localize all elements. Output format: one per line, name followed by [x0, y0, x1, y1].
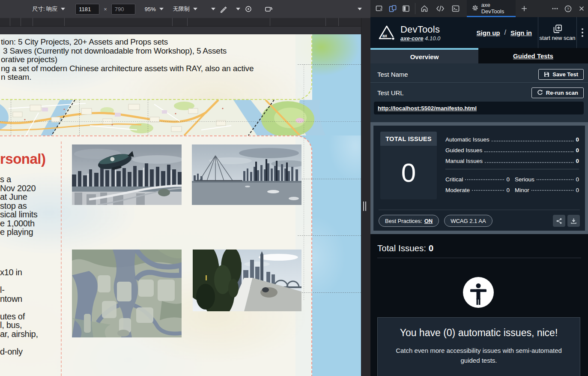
close-icon[interactable]: [576, 2, 587, 15]
eyedropper-icon[interactable]: [219, 4, 228, 14]
screenshot-city-airship-image: [72, 144, 182, 205]
screenshot-satellite-map-image: [72, 250, 182, 337]
download-icon: [570, 218, 577, 224]
sign-in-link[interactable]: Sign in: [510, 29, 532, 36]
text-line: [0, 303, 38, 312]
code-icon[interactable]: [434, 2, 446, 15]
tab-guided-tests[interactable]: Guided Tests: [478, 48, 588, 63]
results-section: Total Issues: 0 You have (0) automatic i…: [370, 234, 588, 376]
text-line: Nov 2020: [0, 184, 38, 193]
column-outline-dashed-red: [61, 141, 62, 376]
axe-core-name[interactable]: axe-core: [400, 35, 423, 42]
share-button[interactable]: [553, 215, 565, 227]
rotate-viewport-icon[interactable]: [264, 4, 274, 14]
new-tab-icon[interactable]: [518, 2, 530, 15]
severity-cell: Moderate 0: [445, 183, 510, 193]
text-line: [0, 277, 38, 286]
panel-kebab-menu-icon[interactable]: [577, 27, 588, 38]
chevron-down-icon[interactable]: [159, 8, 164, 10]
text-line: utes of: [0, 312, 38, 321]
total-issues-heading: TOTAL ISSUES: [380, 132, 437, 146]
issue-row: Automatic Issues 0: [445, 133, 579, 144]
grid-line: [11, 100, 11, 135]
severity-label: Serious: [515, 176, 534, 183]
chevron-down-icon[interactable]: [193, 8, 197, 10]
tab-axe-devtools[interactable]: axe DevTools: [467, 0, 516, 17]
text-line: ntown: [0, 295, 38, 304]
rerun-scan-button[interactable]: Re-run scan: [531, 87, 584, 98]
total-issues-summary: Total Issues: 0: [377, 243, 433, 253]
screenshot-river-bridge-image: [192, 144, 301, 205]
save-test-button[interactable]: Save Test: [538, 69, 584, 80]
dotted-leader: [485, 162, 573, 163]
rerun-scan-label: Re-run scan: [546, 90, 578, 96]
grid-line: [298, 292, 361, 293]
chevron-down-icon[interactable]: [61, 8, 65, 10]
best-practices-toggle[interactable]: Best Practices: ON: [379, 215, 439, 227]
help-icon[interactable]: ?: [563, 2, 574, 15]
console-icon[interactable]: [450, 2, 462, 15]
severity-cell: Critical 0: [445, 172, 510, 183]
touch-simulation-icon[interactable]: [244, 4, 253, 14]
viewport-resize-handle[interactable]: [362, 201, 367, 212]
viewport-height-input[interactable]: [111, 4, 135, 15]
rdm-zoom-value[interactable]: 95%: [145, 6, 156, 12]
tab-label: axe DevTools: [481, 2, 511, 15]
text-line: d-only: [0, 347, 38, 356]
new-scan-icon: [553, 24, 562, 33]
issue-breakdown: Automatic Issues 0 Guided Issues 0 Manua…: [445, 133, 579, 193]
total-issues-box: TOTAL ISSUES 0: [380, 132, 437, 199]
axe-logo-icon: ax: [378, 25, 395, 40]
left-column-text-lower: x10 in l- ntown utes of l, bus, ar, airs…: [0, 268, 38, 356]
grid-line: [298, 235, 361, 236]
rdm-throttling-value[interactable]: 无限制: [173, 5, 190, 13]
download-button[interactable]: [567, 215, 580, 227]
dotted-leader: [484, 151, 573, 152]
chevron-down-icon[interactable]: [236, 8, 240, 10]
severity-label: Minor: [515, 187, 529, 193]
wcag-badge[interactable]: WCAG 2.1 AA: [444, 215, 492, 227]
severity-value: 0: [506, 187, 510, 193]
best-practices-state[interactable]: ON: [424, 218, 433, 224]
test-url-label: Test URL: [377, 89, 404, 96]
chevron-down-icon[interactable]: [358, 8, 362, 10]
axe-core-version[interactable]: axe-core 4.10.0: [400, 35, 440, 42]
viewport-width-input[interactable]: [75, 4, 99, 15]
grid-line: [79, 100, 80, 135]
dotted-leader: [465, 179, 504, 180]
text-line: e playing: [0, 228, 38, 237]
test-name-label: Test Name: [377, 71, 408, 78]
left-column-text: s a Nov 2020 at June stop as sical limit…: [0, 175, 38, 237]
rdm-size-label[interactable]: 尺寸: 响应: [32, 5, 57, 13]
devtools-tabbar: axe DevTools ?: [370, 0, 588, 17]
intro-line: orative projects): [1, 55, 254, 64]
axe-title: DevTools: [400, 24, 440, 35]
intro-line: tion: 5 City Projects, 20+ Assets and Pr…: [1, 38, 254, 47]
dotted-leader: [531, 190, 574, 191]
home-icon[interactable]: [419, 2, 430, 15]
severity-label: Critical: [445, 176, 463, 183]
text-line: [0, 338, 38, 347]
best-practices-label: Best Practices:: [385, 218, 422, 224]
axe-gear-icon: [472, 4, 478, 12]
issue-label: Automatic Issues: [445, 136, 490, 144]
dock-side-icon[interactable]: [400, 2, 412, 15]
intro-line: ng a set of modern Chinese architecture …: [1, 64, 254, 73]
more-menu-icon[interactable]: [549, 2, 561, 15]
start-new-scan-button[interactable]: start new scan: [538, 17, 576, 48]
chevron-down-icon[interactable]: [211, 8, 215, 10]
sign-up-link[interactable]: Sign up: [477, 29, 500, 36]
tab-overview[interactable]: Overview: [370, 48, 478, 63]
total-issues-summary-label: Total Issues:: [377, 243, 426, 253]
inspect-element-icon[interactable]: [374, 2, 385, 15]
severity-value: 0: [506, 176, 510, 183]
intro-line: n steam.: [1, 73, 254, 82]
text-line: e 1,000th: [0, 219, 38, 228]
divider: [445, 169, 579, 169]
no-issues-card: You have (0) automatic issues, nice! Cat…: [377, 317, 580, 376]
scan-summary-section: TOTAL ISSUES 0 Automatic Issues 0 Guided…: [370, 122, 588, 234]
no-issues-guidance: Catch even more accessibility issues wit…: [389, 346, 569, 366]
device-toolbar-icon[interactable]: [387, 2, 399, 15]
horizontal-ruler: [0, 18, 361, 27]
test-url-link[interactable]: http://localhost:5502/manifesto.html: [378, 105, 477, 111]
